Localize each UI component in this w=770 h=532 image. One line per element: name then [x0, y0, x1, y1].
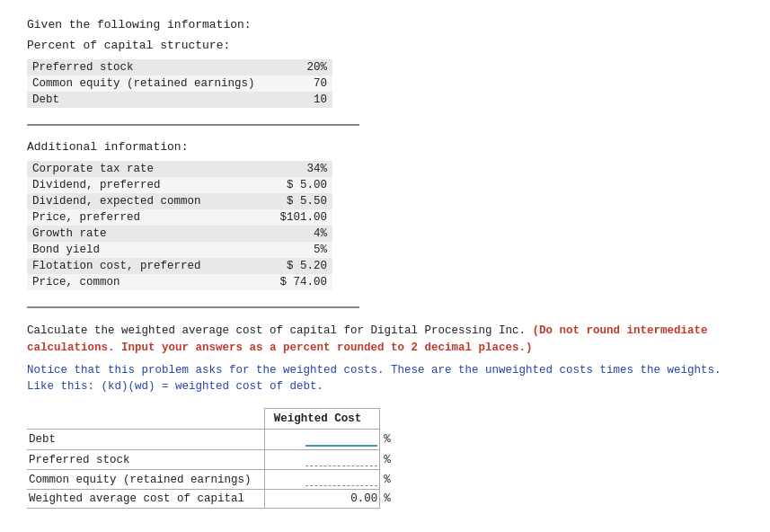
calculate-text-main: Calculate the weighted average cost of c… [27, 323, 743, 357]
wacc-pct-cell: % [380, 470, 404, 490]
wacc-row-label: Weighted average cost of capital [27, 490, 264, 509]
wacc-value-cell[interactable] [264, 430, 379, 450]
row-value: 20% [297, 59, 332, 75]
wacc-value-display: 0.00 [350, 492, 377, 505]
row-value: 5% [259, 242, 332, 258]
table-row: Dividend, preferred$ 5.00 [27, 177, 332, 193]
wacc-input-debt[interactable] [305, 432, 377, 447]
row-value: $ 5.20 [259, 258, 332, 274]
wacc-row: Weighted average cost of capital 0.00 % [27, 490, 404, 509]
wacc-row: Common equity (retained earnings) % [27, 470, 404, 490]
row-label: Corporate tax rate [27, 161, 259, 177]
row-label: Dividend, expected common [27, 193, 259, 209]
wacc-table: Weighted Cost Debt % Preferred stock % C… [27, 408, 404, 509]
row-label: Flotation cost, preferred [27, 258, 259, 274]
table-row: Price, common$ 74.00 [27, 274, 332, 290]
wacc-value-cell[interactable] [264, 470, 379, 490]
row-value: $ 5.50 [259, 193, 332, 209]
table-row: Flotation cost, preferred$ 5.20 [27, 258, 332, 274]
table-row: Common equity (retained earnings)70 [27, 75, 332, 92]
row-value: $ 74.00 [259, 274, 332, 290]
intro-given: Given the following information: [27, 18, 743, 31]
row-label: Preferred stock [27, 59, 297, 75]
row-value: 34% [259, 161, 332, 177]
row-label: Common equity (retained earnings) [27, 75, 297, 92]
row-label: Price, preferred [27, 209, 259, 226]
row-value: 70 [297, 75, 332, 92]
row-value: $101.00 [259, 209, 332, 226]
divider-1 [27, 124, 359, 126]
table-row: Preferred stock20% [27, 59, 332, 75]
wacc-row-label: Common equity (retained earnings) [27, 470, 264, 490]
wacc-row: Debt % [27, 430, 404, 450]
table-row: Bond yield5% [27, 242, 332, 258]
wacc-pct-cell: % [380, 490, 404, 509]
divider-2 [27, 306, 359, 308]
wacc-row-label: Preferred stock [27, 450, 264, 470]
row-label: Dividend, preferred [27, 177, 259, 193]
row-value: 4% [259, 226, 332, 242]
additional-label: Additional information: [27, 140, 743, 154]
wacc-input-1[interactable] [305, 453, 377, 466]
table-row: Price, preferred$101.00 [27, 209, 332, 226]
table-row: Growth rate4% [27, 226, 332, 242]
wacc-row-label: Debt [27, 430, 264, 450]
row-label: Growth rate [27, 226, 259, 242]
wacc-value-cell: 0.00 [264, 490, 379, 509]
wacc-value-cell[interactable] [264, 450, 379, 470]
wacc-row: Preferred stock % [27, 450, 404, 470]
capital-structure-table: Preferred stock20%Common equity (retaine… [27, 59, 332, 108]
calculate-instruction: Calculate the weighted average cost of c… [27, 323, 743, 395]
table-row: Dividend, expected common$ 5.50 [27, 193, 332, 209]
wacc-col-empty [27, 409, 264, 430]
row-label: Price, common [27, 274, 259, 290]
row-label: Bond yield [27, 242, 259, 258]
wacc-pct-cell: % [380, 450, 404, 470]
table-row: Corporate tax rate34% [27, 161, 332, 177]
additional-info-table: Corporate tax rate34%Dividend, preferred… [27, 161, 332, 290]
wacc-pct-cell: % [380, 430, 404, 450]
wacc-section: Weighted Cost Debt % Preferred stock % C… [27, 408, 743, 509]
wacc-col-header: Weighted Cost [264, 409, 379, 430]
calculate-text-notice: Notice that this problem asks for the we… [27, 362, 743, 396]
row-value: $ 5.00 [259, 177, 332, 193]
percent-label: Percent of capital structure: [27, 39, 743, 52]
wacc-pct-header [380, 409, 404, 430]
row-value: 10 [297, 92, 332, 108]
row-label: Debt [27, 92, 297, 108]
wacc-input-2[interactable] [305, 473, 377, 486]
table-row: Debt10 [27, 92, 332, 108]
